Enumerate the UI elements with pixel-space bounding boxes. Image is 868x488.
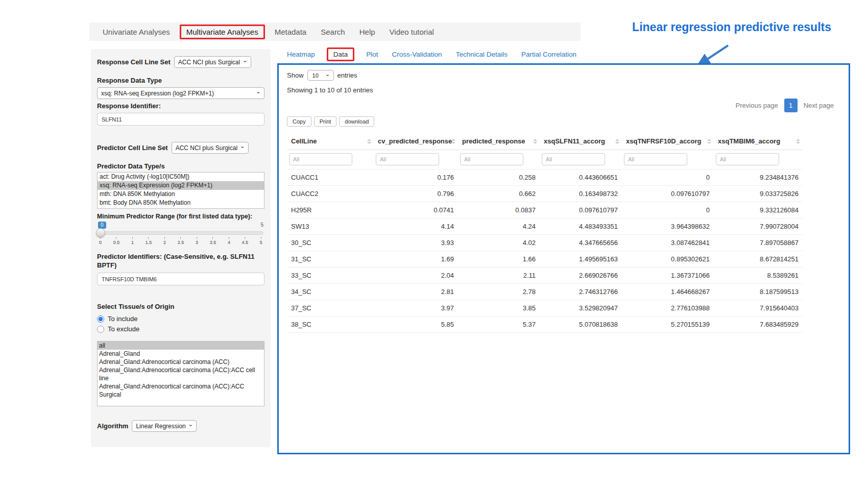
slider-track[interactable] [98, 231, 263, 235]
list-option-bmt-body-dna-850k-methylation[interactable]: bmt: Body DNA 850K Methylation [98, 199, 264, 207]
predictor-cell-line-set-select[interactable]: ACC NCI plus Surgical [172, 142, 249, 154]
table-row: 33_SC2.042.112.6690267661.3673710668.538… [287, 267, 803, 284]
value-cell: 5.070818638 [540, 316, 622, 333]
print-button[interactable]: Print [314, 116, 337, 127]
sort-icon[interactable] [615, 139, 619, 144]
page-number-button[interactable]: 1 [784, 99, 798, 112]
cell-line-cell: CUACC2 [287, 186, 374, 202]
table-row: 30_SC3.934.024.3476656563.0874628417.897… [287, 235, 803, 251]
column-header-label: cv_predicted_response [378, 137, 452, 145]
sort-icon[interactable] [707, 139, 711, 144]
sort-up-icon [367, 139, 371, 141]
top-nav: Univariate AnalysesMultivariate Analyses… [89, 22, 581, 41]
nav-item-metadata[interactable]: Metadata [268, 25, 314, 39]
list-option-adrenal-gland-adrenocortical-carcinoma-acc[interactable]: Adrenal_Gland:Adrenocortical carcinoma (… [98, 358, 264, 366]
value-cell: 3.087462841 [622, 235, 714, 251]
cell-line-cell: 33_SC [287, 267, 374, 284]
filter-input-cv-predicted-response[interactable] [376, 153, 439, 165]
value-cell: 9.332126084 [714, 202, 803, 218]
response-cell-line-set-select-wrap: ACC NCI plus Surgical [174, 56, 251, 68]
column-header-xsqtmbim6-accorg[interactable]: xsqTMBIM6_accorg [714, 133, 803, 150]
list-option-act-drug-activity-log10-ic50m[interactable]: act: Drug Activity (-log10[IC50M]) [98, 173, 264, 181]
sort-icon[interactable] [533, 139, 537, 144]
column-header-label: xsqTNFRSF10D_accorg [626, 137, 701, 145]
cell-line-cell: 34_SC [287, 284, 374, 300]
tab-data[interactable]: Data [327, 47, 355, 61]
response-identifier-input[interactable] [97, 113, 264, 126]
column-header-predicted-response[interactable]: predicted_response [458, 133, 540, 150]
tissue-radio-to-include[interactable]: To include [97, 315, 264, 323]
list-option-all[interactable]: all [98, 341, 264, 350]
value-cell: 8.5389261 [714, 267, 803, 284]
column-header-xsqtnfrsf10d-accorg[interactable]: xsqTNFRSF10D_accorg [622, 133, 714, 150]
list-option-adrenal-gland-adrenocortical-carcinoma-acc-acc-surgical[interactable]: Adrenal_Gland:Adrenocortical carcinoma (… [98, 382, 264, 399]
tab-partial-correlation[interactable]: Partial Correlation [521, 51, 576, 58]
nav-item-search[interactable]: Search [314, 25, 352, 39]
slider-tick-mark [212, 237, 213, 239]
value-cell: 7.897058867 [714, 235, 803, 251]
filter-input-xsqtmbim6-accorg[interactable] [716, 153, 779, 165]
response-cell-line-set-select[interactable]: ACC NCI plus Surgical [174, 56, 251, 68]
filter-input-xsqtnfrsf10d-accorg[interactable] [624, 153, 687, 165]
filter-input-predicted-response[interactable] [460, 153, 523, 165]
tab-heatmap[interactable]: Heatmap [287, 51, 315, 58]
tab-plot[interactable]: Plot [366, 51, 378, 58]
predictor-identifiers-input[interactable] [97, 273, 264, 285]
tab-cross-validation[interactable]: Cross-Validation [392, 51, 442, 58]
nav-item-multivariate-analyses[interactable]: Multivariate Analyses [180, 25, 265, 39]
slider-handle[interactable] [96, 228, 105, 237]
previous-page-button[interactable]: Previous page [732, 100, 782, 111]
next-page-button[interactable]: Next page [800, 100, 837, 111]
column-header-cv-predicted-response[interactable]: cv_predicted_response [374, 133, 458, 150]
sort-icon[interactable] [451, 139, 455, 144]
page: Univariate AnalysesMultivariate Analyses… [0, 0, 868, 488]
copy-button[interactable]: Copy [287, 116, 311, 127]
response-cell-line-set-label: Response Cell Line Set [97, 58, 171, 66]
list-option-mth-dna-850k-methylation[interactable]: mth: DNA 850K Methylation [98, 190, 264, 199]
nav-item-video-tutorial[interactable]: Video tutorial [382, 25, 441, 39]
min-predictor-range-slider[interactable]: 0 5 00.511.522.533.544.55 [98, 222, 263, 247]
filter-input-cellline[interactable] [289, 153, 352, 165]
table-row: 38_SC5.855.375.0708186385.2701551397.683… [287, 316, 803, 333]
list-option-adrenal-gland-adrenocortical-carcinoma-acc-acc-cell-line[interactable]: Adrenal_Gland:Adrenocortical carcinoma (… [98, 366, 264, 382]
show-entries-select[interactable]: 10 [307, 70, 334, 81]
sort-down-icon [796, 142, 800, 144]
value-cell: 8.672814251 [714, 251, 803, 267]
slider-tick: 0.5 [113, 237, 120, 245]
slider-ticks: 00.511.522.533.544.55 [99, 237, 262, 245]
tissue-radio-to-exclude[interactable]: To exclude [97, 325, 264, 333]
value-cell: 4.347665656 [540, 235, 622, 251]
table-row: CUACC10.1760.2580.44360665109.234841376 [287, 169, 803, 186]
show-entries-select-wrap: 10 [307, 70, 334, 81]
slider-tick: 3 [196, 237, 198, 245]
slider-tick: 2.5 [178, 237, 184, 245]
value-cell: 4.483493351 [540, 218, 622, 235]
slider-max-label: 5 [260, 222, 263, 229]
predictor-cell-line-set-label: Predictor Cell Line Set [97, 144, 168, 152]
value-cell: 0.258 [458, 169, 540, 186]
slider-tick-label: 5 [260, 240, 262, 245]
predictor-data-type-listbox[interactable]: act: Drug Activity (-log10[IC50M])xsq: R… [97, 172, 264, 209]
download-button[interactable]: download [339, 116, 374, 127]
nav-item-help[interactable]: Help [352, 25, 382, 39]
response-data-type-select[interactable]: xsq: RNA-seq Expression (log2 FPKM+1) [97, 87, 264, 99]
list-option-adrenal-gland[interactable]: Adrenal_Gland [98, 350, 264, 358]
sort-down-icon [367, 142, 371, 144]
value-cell: 4.14 [374, 218, 458, 235]
tissue-listbox[interactable]: allAdrenal_GlandAdrenal_Gland:Adrenocort… [97, 341, 264, 406]
list-option-xsq-rna-seq-expression-log2-fpkm-1[interactable]: xsq: RNA-seq Expression (log2 FPKM+1) [98, 181, 264, 190]
algorithm-select[interactable]: Linear Regression [132, 420, 197, 432]
radio-input-to-exclude[interactable] [97, 326, 104, 333]
sort-icon[interactable] [367, 139, 371, 144]
slider-tick-mark [197, 237, 197, 239]
sort-icon[interactable] [796, 139, 800, 144]
tab-technical-details[interactable]: Technical Details [456, 51, 508, 58]
column-header-cellline[interactable]: CellLine [287, 133, 374, 150]
tissue-origin-label: Select Tissue/s of Origin [97, 303, 264, 310]
nav-item-univariate-analyses[interactable]: Univariate Analyses [95, 25, 177, 39]
filter-input-xsqslfn11-accorg[interactable] [542, 153, 605, 165]
column-header-xsqslfn11-accorg[interactable]: xsqSLFN11_accorg [540, 133, 622, 150]
radio-input-to-include[interactable] [97, 315, 104, 323]
cell-line-cell: 30_SC [287, 235, 374, 251]
value-cell: 1.495695163 [540, 251, 622, 267]
